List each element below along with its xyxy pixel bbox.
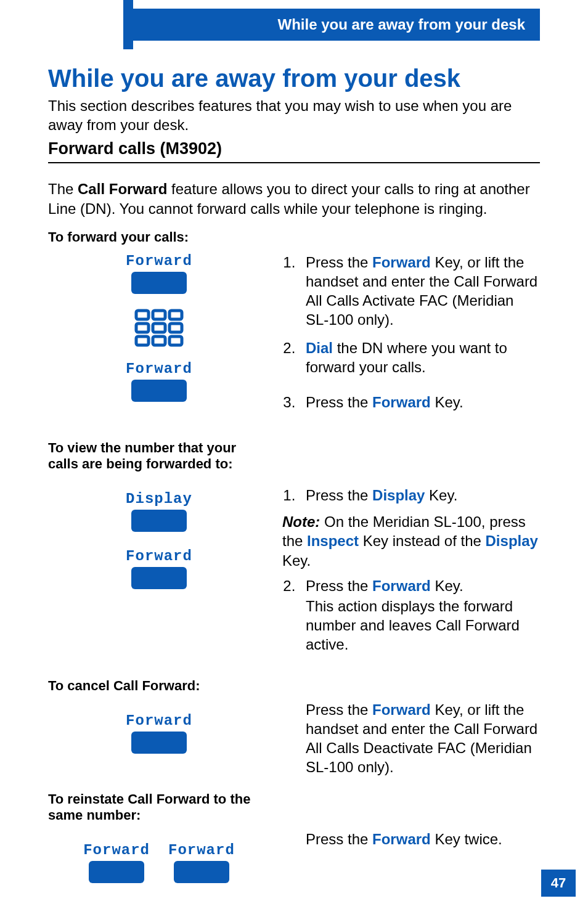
section-intro-bold: Call Forward (78, 181, 167, 197)
task-cancel-left: To cancel Call Forward: Forward (48, 675, 270, 754)
task-forward-keys: Forward (48, 253, 270, 402)
page-body: While you are away from your desk This s… (48, 65, 540, 886)
keypad-icon (134, 309, 184, 347)
task-reinstate-left: To reinstate Call Forward to the same nu… (48, 789, 270, 883)
step-2: Press the Forward Key. This action displ… (300, 576, 540, 654)
task-cancel-label: To cancel Call Forward: (48, 678, 200, 694)
text: Press the (306, 394, 372, 410)
key-name: Inspect (307, 532, 359, 549)
softkey-button-icon (131, 380, 187, 402)
svg-rect-8 (169, 336, 182, 345)
text: Press the (306, 577, 372, 594)
softkey-forward: Forward (126, 253, 192, 294)
task-forward-steps: Press the Forward Key, or lift the hands… (282, 253, 540, 420)
softkey-forward-3: Forward (126, 548, 192, 589)
task-cancel-body: Press the Forward Key, or lift the hands… (282, 700, 540, 777)
svg-rect-4 (153, 324, 165, 332)
text: Key. (282, 552, 311, 569)
text: Press the (306, 831, 372, 847)
task-cancel-row: To cancel Call Forward: Forward Press th… (48, 675, 540, 777)
text: Press the (306, 701, 372, 718)
key-name: Display (372, 487, 425, 503)
task-view-label: To view the number that your calls are b… (48, 440, 270, 472)
section-intro: The Call Forward feature allows you to d… (48, 179, 540, 218)
text: Key instead of the (359, 532, 485, 549)
task-view-left: To view the number that your calls are b… (48, 438, 270, 589)
task-forward-row: Forward (48, 253, 540, 420)
softkey-forward-5: Forward (83, 842, 150, 883)
softkey-button-icon (89, 861, 144, 883)
running-title: While you are away from your desk (278, 16, 525, 33)
softkey-forward-4: Forward (126, 712, 192, 754)
key-name: Forward (372, 394, 431, 410)
softkey-forward-6: Forward (168, 842, 235, 883)
svg-rect-5 (169, 324, 182, 332)
text: Key twice. (431, 831, 502, 847)
text: Key. (431, 577, 463, 594)
softkey-display: Display (126, 491, 192, 532)
task-reinstate-row: To reinstate Call Forward to the same nu… (48, 789, 540, 883)
intro-paragraph: This section describes features that you… (48, 96, 540, 134)
softkey-forward-2: Forward (126, 361, 192, 402)
softkey-label: Forward (126, 253, 192, 269)
text: Key. (425, 487, 457, 503)
task-view-steps: Press the Display Key. Note: On the Meri… (282, 486, 540, 663)
page-number-badge: 47 (541, 870, 576, 897)
page-number: 47 (551, 875, 566, 891)
softkey-label: Forward (126, 361, 192, 377)
section-title: Forward calls (M3902) (48, 139, 540, 163)
softkey-label: Display (126, 491, 192, 507)
note: Note: On the Meridian SL-100, press the … (282, 512, 540, 570)
note-label: Note: (282, 513, 320, 530)
text: Press the (306, 254, 372, 271)
step-2-sub: This action displays the forward number … (306, 597, 540, 654)
page-title: While you are away from your desk (48, 65, 540, 92)
text: Press the (306, 487, 372, 503)
softkey-label: Forward (83, 842, 150, 858)
step-2: Dial the DN where you want to forward yo… (300, 338, 540, 377)
header-rail (123, 0, 133, 49)
key-name: Forward (372, 831, 431, 847)
softkey-button-icon (131, 272, 187, 294)
key-name: Forward (372, 701, 431, 718)
text: the DN where you want to forward your ca… (306, 340, 507, 375)
task-forward-label: To forward your calls: (48, 229, 540, 245)
task-view-row: To view the number that your calls are b… (48, 438, 540, 663)
softkey-button-icon (131, 510, 187, 532)
svg-rect-3 (136, 324, 149, 332)
softkey-label: Forward (168, 842, 235, 858)
task-reinstate-label: To reinstate Call Forward to the same nu… (48, 791, 270, 823)
task-reinstate-body: Press the Forward Key twice. (282, 830, 540, 849)
key-name: Forward (372, 254, 431, 271)
softkey-button-icon (131, 732, 187, 754)
softkey-button-icon (131, 567, 187, 589)
key-name: Forward (372, 577, 431, 594)
svg-rect-6 (136, 336, 149, 345)
softkey-label: Forward (126, 712, 192, 729)
svg-rect-2 (169, 311, 182, 319)
svg-rect-1 (153, 311, 165, 319)
softkey-forward-pair: Forward Forward (83, 842, 235, 883)
key-name: Dial (306, 340, 333, 356)
step-1: Press the Display Key. (300, 486, 540, 505)
running-header: While you are away from your desk (133, 9, 540, 41)
softkey-label: Forward (126, 548, 192, 565)
section-intro-pre: The (48, 181, 78, 197)
softkey-button-icon (174, 861, 229, 883)
svg-rect-7 (153, 336, 165, 345)
key-name: Display (486, 532, 538, 549)
step-1: Press the Forward Key, or lift the hands… (300, 253, 540, 330)
svg-rect-0 (136, 311, 149, 319)
text: Key. (431, 394, 463, 410)
step-3: Press the Forward Key. (300, 393, 540, 412)
